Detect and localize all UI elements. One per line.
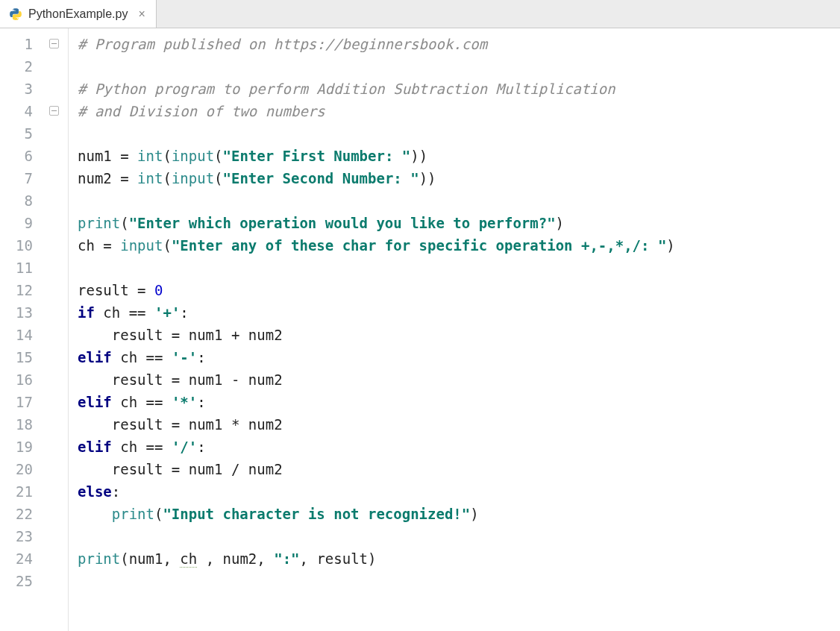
line-number: 20 [0,458,43,480]
code-token: ) [666,237,674,254]
code-line[interactable]: else: [78,480,840,503]
code-token: : [197,394,205,410]
code-token: num1 [180,416,231,433]
fold-row [43,212,68,234]
code-token: 0 [154,282,163,298]
code-token: elif [78,439,112,455]
line-number: 8 [0,189,43,212]
line-number: 19 [0,436,43,458]
code-line[interactable]: print("Input character is not recognized… [78,503,840,525]
code-line[interactable] [78,570,840,592]
fold-row [43,257,68,279]
code-line[interactable]: elif ch == '*': [78,391,840,413]
code-line[interactable] [78,257,840,279]
code-token: num2 [239,416,282,433]
code-token [163,349,171,365]
line-number: 7 [0,167,43,189]
fold-toggle-icon[interactable] [49,106,59,116]
line-number-gutter: 1234567891011121314151617181920212223242… [0,28,43,631]
code-line[interactable]: num1 = int(input("Enter First Number: ")… [78,145,840,167]
code-token: if [78,304,95,321]
code-line[interactable]: # and Division of two numbers [78,100,840,122]
code-line[interactable]: num2 = int(input("Enter Second Number: "… [78,167,840,189]
code-token: "Enter any of these char for specific op… [172,237,666,254]
code-token: , [257,550,274,567]
code-token: num2 [223,550,257,567]
fold-row [43,145,68,167]
fold-row [43,279,68,301]
line-number: 1 [0,33,43,55]
code-token: input [172,170,214,186]
code-token: '-' [172,349,197,365]
code-line[interactable]: result = num1 + num2 [78,324,840,346]
code-token: ) [470,506,478,522]
code-line[interactable]: result = num1 / num2 [78,458,840,480]
code-line[interactable]: # Program published on https://beginners… [78,33,840,55]
code-token: result [78,282,137,298]
code-token: = [103,237,111,254]
code-token: ":" [274,550,299,567]
code-token: print [78,550,120,567]
code-line[interactable]: ch = input("Enter any of these char for … [78,234,840,257]
fold-row [43,368,68,391]
code-token: result [78,461,172,477]
code-token: / [231,461,239,477]
tab-filename: PythonExample.py [28,7,128,21]
code-token: - [231,371,239,388]
code-token: * [231,416,239,433]
fold-row [43,525,68,547]
fold-toggle-icon[interactable] [49,39,59,48]
code-line[interactable]: result = num1 * num2 [78,413,840,436]
code-token: int [137,148,163,164]
tab-bar: PythonExample.py × [0,0,840,28]
code-token: input [172,148,214,164]
line-number: 24 [0,547,43,570]
code-line[interactable]: if ch == '+': [78,301,840,324]
code-token: = [120,148,128,164]
code-token: )) [419,170,436,186]
code-token: == [146,439,163,455]
code-token: ch [78,237,103,254]
code-line[interactable] [78,55,840,78]
code-area[interactable]: # Program published on https://beginners… [69,28,840,631]
fold-row [43,436,68,458]
fold-row [43,122,68,145]
code-token [129,148,137,164]
fold-row [43,570,68,592]
code-token [146,282,154,298]
code-token: == [146,349,163,365]
code-token: ( [214,170,222,186]
line-number: 6 [0,145,43,167]
code-token: print [78,215,120,231]
line-number: 4 [0,100,43,122]
code-line[interactable]: print("Enter which operation would you l… [78,212,840,234]
code-token: = [120,170,128,186]
code-token: : [180,304,188,321]
code-token: result [316,550,368,567]
code-token: else [78,483,112,500]
code-line[interactable]: result = 0 [78,279,840,301]
code-line[interactable] [78,122,840,145]
code-token: input [120,237,163,254]
code-token [163,394,171,410]
line-number: 16 [0,368,43,391]
code-token: = [137,282,145,298]
code-token: ( [163,170,171,186]
code-line[interactable]: print(num1, ch , num2, ":", result) [78,547,840,570]
code-line[interactable]: elif ch == '-': [78,346,840,368]
code-line[interactable]: result = num1 - num2 [78,368,840,391]
code-token: ( [154,506,163,522]
file-tab[interactable]: PythonExample.py × [0,0,157,28]
close-tab-icon[interactable]: × [138,7,145,21]
code-token: ( [120,550,128,567]
line-number: 5 [0,122,43,145]
code-line[interactable] [78,189,840,212]
code-token: ch [180,550,197,568]
code-line[interactable]: # Python program to perform Addition Sub… [78,78,840,100]
code-token: ch [95,304,129,321]
line-number: 11 [0,257,43,279]
code-token: : [197,439,205,455]
code-line[interactable] [78,525,840,547]
code-token: print [112,506,154,522]
code-line[interactable]: elif ch == '/': [78,436,840,458]
